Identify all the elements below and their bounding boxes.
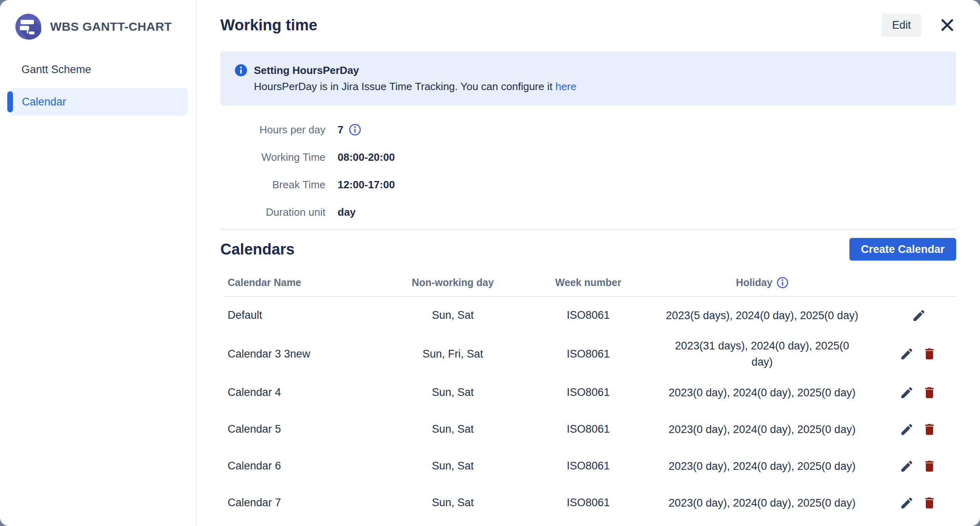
calendar-name-cell: Calendar 4 — [224, 386, 382, 399]
holiday-cell: 2023(31 days), 2024(0 day), 2025(0 day) — [653, 334, 871, 374]
calendar-name-cell: Calendar 7 — [224, 497, 382, 509]
field-value: day — [338, 206, 356, 219]
non-working-day-cell: Sun, Sat — [382, 386, 524, 399]
column-header-calendar-name: Calendar Name — [224, 277, 382, 288]
calendar-name-cell: Calendar 3 3new — [224, 348, 382, 360]
delete-calendar-button[interactable] — [921, 346, 938, 362]
create-calendar-button[interactable]: Create Calendar — [849, 238, 956, 261]
week-number-cell: ISO8061 — [524, 348, 653, 360]
table-row: Default Sun, Sat ISO8061 2023(5 days), 2… — [224, 297, 956, 334]
pencil-icon — [900, 422, 914, 437]
field-label: Hours per day — [220, 124, 325, 136]
table-body: Default Sun, Sat ISO8061 2023(5 days), 2… — [224, 297, 956, 521]
field-break-time: Break Time 12:00-17:00 — [220, 171, 956, 198]
week-number-cell: ISO8061 — [524, 309, 653, 322]
modal-header: Working time Edit — [220, 13, 956, 37]
wbs-gantt-chart-logo-icon — [15, 14, 41, 40]
app-window: WBS GANTT-CHART Gantt Scheme Calendar Wo… — [0, 0, 980, 526]
page-title: Working time — [220, 17, 317, 34]
delete-calendar-button[interactable] — [921, 421, 938, 438]
table-row: Calendar 3 3new Sun, Fri, Sat ISO8061 20… — [224, 334, 956, 374]
row-actions — [871, 495, 956, 511]
trash-icon — [922, 347, 937, 361]
pencil-icon — [900, 459, 914, 473]
holiday-cell: 2023(5 days), 2024(0 day), 2025(0 day) — [653, 303, 871, 328]
banner-title: Setting HoursPerDay — [254, 62, 577, 78]
pencil-icon — [912, 308, 926, 323]
info-banner: Setting HoursPerDay HoursPerDay is in Ji… — [220, 51, 956, 105]
non-working-day-cell: Sun, Sat — [382, 423, 524, 436]
sidebar: WBS GANTT-CHART Gantt Scheme Calendar — [0, 0, 197, 526]
pencil-icon — [900, 385, 914, 400]
calendar-name-cell: Default — [224, 309, 382, 322]
non-working-day-cell: Sun, Fri, Sat — [382, 348, 524, 360]
trash-icon — [922, 385, 937, 400]
table-row: Calendar 7 Sun, Sat ISO8061 2023(0 day),… — [224, 484, 956, 521]
calendars-title: Calendars — [220, 241, 295, 258]
non-working-day-cell: Sun, Sat — [382, 460, 524, 472]
edit-calendar-button[interactable] — [911, 307, 927, 324]
field-value: 08:00-20:00 — [338, 151, 395, 164]
edit-calendar-button[interactable] — [899, 385, 915, 401]
field-label: Duration unit — [220, 206, 325, 219]
column-header-week-number: Week number — [524, 277, 653, 288]
holiday-cell: 2023(0 day), 2024(0 day), 2025(0 day) — [653, 454, 871, 478]
field-label: Break Time — [220, 179, 325, 191]
delete-calendar-button[interactable] — [921, 495, 938, 511]
column-header-holiday: Holiday — [653, 277, 871, 288]
trash-icon — [922, 496, 937, 510]
non-working-day-cell: Sun, Sat — [382, 309, 524, 322]
non-working-day-cell: Sun, Sat — [382, 497, 524, 509]
banner-text: Setting HoursPerDay HoursPerDay is in Ji… — [254, 62, 577, 95]
main-panel: Working time Edit Setting HoursPerDay Ho… — [197, 0, 980, 526]
sidebar-item-label: Calendar — [22, 96, 66, 108]
row-actions — [871, 458, 956, 474]
sidebar-nav: Gantt Scheme Calendar — [0, 57, 196, 116]
holiday-cell: 2023(0 day), 2024(0 day), 2025(0 day) — [653, 417, 871, 442]
table-row: Calendar 5 Sun, Sat ISO8061 2023(0 day),… — [224, 411, 956, 448]
field-value: 7 — [338, 124, 361, 136]
trash-icon — [922, 459, 937, 473]
week-number-cell: ISO8061 — [524, 460, 653, 472]
sidebar-item-gantt-scheme[interactable]: Gantt Scheme — [0, 57, 196, 82]
holiday-info-icon[interactable] — [777, 277, 788, 288]
edit-calendar-button[interactable] — [899, 346, 915, 362]
calendars-table: Calendar Name Non-working day Week numbe… — [224, 265, 956, 521]
field-value: 12:00-17:00 — [338, 179, 395, 191]
table-row: Calendar 4 Sun, Sat ISO8061 2023(0 day),… — [224, 374, 956, 411]
holiday-cell: 2023(0 day), 2024(0 day), 2025(0 day) — [653, 381, 871, 405]
configure-here-link[interactable]: here — [555, 80, 577, 93]
row-actions — [871, 385, 956, 401]
field-duration-unit: Duration unit day — [220, 198, 956, 226]
week-number-cell: ISO8061 — [524, 386, 653, 399]
week-number-cell: ISO8061 — [524, 497, 653, 509]
sidebar-item-label: Gantt Scheme — [21, 63, 91, 76]
hours-info-icon[interactable] — [349, 124, 361, 136]
field-hours-per-day: Hours per day 7 — [220, 116, 956, 143]
trash-icon — [922, 422, 937, 437]
calendar-name-cell: Calendar 5 — [224, 423, 382, 436]
edit-calendar-button[interactable] — [899, 458, 915, 474]
edit-button[interactable]: Edit — [881, 14, 921, 37]
sidebar-item-calendar[interactable]: Calendar — [10, 88, 188, 116]
row-actions — [871, 307, 956, 324]
banner-body: HoursPerDay is in Jira Issue Time Tracki… — [254, 78, 577, 95]
working-time-settings: Hours per day 7 Working Time 08:00-20:00… — [220, 116, 956, 226]
close-button[interactable] — [938, 16, 956, 34]
holiday-cell: 2023(0 day), 2024(0 day), 2025(0 day) — [653, 491, 871, 515]
pencil-icon — [900, 496, 914, 510]
calendars-header: Calendars Create Calendar — [220, 238, 956, 261]
calendar-name-cell: Calendar 6 — [224, 460, 382, 472]
edit-calendar-button[interactable] — [899, 495, 915, 511]
row-actions — [871, 346, 956, 362]
section-divider — [220, 229, 956, 230]
edit-calendar-button[interactable] — [899, 421, 915, 438]
selected-accent-bar — [7, 91, 13, 112]
close-icon — [940, 18, 955, 32]
week-number-cell: ISO8061 — [524, 423, 653, 436]
delete-calendar-button[interactable] — [921, 385, 938, 401]
brand: WBS GANTT-CHART — [0, 0, 196, 40]
column-header-non-working-day: Non-working day — [382, 277, 524, 288]
field-working-time: Working Time 08:00-20:00 — [220, 143, 956, 171]
delete-calendar-button[interactable] — [921, 458, 938, 474]
